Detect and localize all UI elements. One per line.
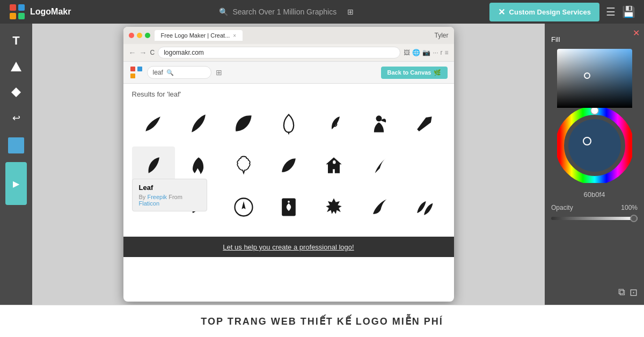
leaf-icon-6[interactable] bbox=[357, 105, 400, 142]
tab-close-icon[interactable]: × bbox=[233, 33, 236, 39]
lm-back-to-canvas-button[interactable]: Back to Canvas 🌿 bbox=[381, 67, 448, 79]
layers-icon[interactable]: ⧉ bbox=[618, 287, 625, 298]
results-row-1 bbox=[132, 105, 445, 142]
right-panel: ✕ Fill bbox=[545, 24, 644, 305]
leaf-icon-19[interactable] bbox=[357, 188, 400, 226]
logomakr-logo-icon bbox=[9, 3, 26, 20]
search-label: Search Over 1 Million Graphics bbox=[232, 8, 336, 16]
dot-red[interactable] bbox=[129, 33, 134, 38]
grid-icon: ⊞ bbox=[347, 8, 354, 16]
fill-label: Fill bbox=[551, 35, 560, 43]
lm-logo-mini bbox=[130, 66, 143, 79]
back-button[interactable]: ← bbox=[129, 48, 136, 57]
results-row-2: Leaf By Freepik From Flaticon bbox=[132, 146, 445, 184]
browser-chrome: Free Logo Maker | Creat... × Tyler bbox=[123, 27, 454, 44]
tool-layer-panel[interactable]: ▶ bbox=[5, 162, 27, 205]
tool-triangle[interactable] bbox=[5, 56, 27, 77]
leaf-icon-7[interactable] bbox=[402, 105, 445, 142]
browser-icon-2: 🌐 bbox=[412, 49, 420, 56]
dot-yellow[interactable] bbox=[137, 33, 142, 38]
hex-value: 60b0f4 bbox=[584, 191, 605, 199]
forward-button[interactable]: → bbox=[140, 48, 147, 57]
color-wheel[interactable] bbox=[557, 108, 632, 183]
menu-icon[interactable]: ☰ bbox=[606, 5, 616, 18]
search-icon: 🔍 bbox=[219, 8, 228, 16]
leaf-icon-16[interactable] bbox=[222, 188, 265, 226]
custom-design-button[interactable]: ✕ Custom Design Services bbox=[489, 3, 599, 21]
opacity-slider[interactable] bbox=[551, 217, 638, 220]
svg-marker-4 bbox=[11, 62, 21, 71]
dot-green[interactable] bbox=[145, 33, 150, 38]
svg-rect-0 bbox=[10, 4, 16, 11]
leaf-icon-12[interactable] bbox=[312, 146, 355, 184]
custom-design-label: Custom Design Services bbox=[509, 8, 591, 16]
lm-back-label: Back to Canvas bbox=[387, 69, 431, 76]
refresh-button[interactable]: C bbox=[150, 49, 155, 56]
opacity-label: Opacity bbox=[551, 204, 573, 211]
browser-toolbar: ← → C logomakr.com 🖼 🌐 📷 ··· r ≡ bbox=[123, 44, 454, 62]
tooltip-by: By bbox=[139, 194, 146, 200]
top-right-actions: ✕ Custom Design Services ☰ 💾 bbox=[489, 3, 635, 21]
svg-marker-5 bbox=[11, 87, 21, 97]
logo-area: LogoMakr bbox=[9, 3, 84, 20]
mid-row: T ↩ ▶ bbox=[0, 24, 644, 305]
svg-point-11 bbox=[376, 115, 382, 121]
leaf-icon-8-highlighted[interactable]: Leaf By Freepik From Flaticon bbox=[132, 146, 175, 184]
search-bar-area: 🔍 Search Over 1 Million Graphics ⊞ bbox=[92, 8, 481, 16]
lm-search-text: leaf bbox=[153, 69, 163, 76]
leaf-icon-2[interactable] bbox=[177, 105, 220, 142]
tooltip-creator-link[interactable]: Freepik bbox=[147, 194, 167, 200]
top-bar: LogoMakr 🔍 Search Over 1 Million Graphic… bbox=[0, 0, 644, 24]
leaf-icon-5[interactable] bbox=[312, 105, 355, 142]
lm-search-icon: 🔍 bbox=[166, 69, 174, 76]
browser-icon-1: 🖼 bbox=[404, 49, 410, 56]
leaf-icon-17[interactable] bbox=[267, 188, 310, 226]
svg-point-14 bbox=[288, 201, 290, 203]
leaf-tooltip: Leaf By Freepik From Flaticon bbox=[132, 179, 207, 211]
bottom-banner-link[interactable]: Let us help you create a professional lo… bbox=[223, 243, 354, 251]
browser-icon-3: 📷 bbox=[422, 49, 430, 56]
save-icon[interactable]: 💾 bbox=[622, 5, 635, 18]
tooltip-credit: By Freepik From Flaticon bbox=[139, 194, 200, 207]
tool-diamond[interactable] bbox=[5, 82, 27, 103]
leaf-icon-13[interactable] bbox=[357, 146, 400, 184]
bottom-banner: Let us help you create a professional lo… bbox=[123, 237, 454, 257]
leaf-icon-1[interactable] bbox=[132, 105, 175, 142]
tool-undo[interactable]: ↩ bbox=[5, 107, 27, 129]
crop-icon[interactable]: ⊡ bbox=[630, 287, 638, 298]
svg-point-17 bbox=[591, 108, 598, 114]
close-panel-icon[interactable]: ✕ bbox=[633, 28, 640, 38]
color-gradient-box[interactable] bbox=[557, 49, 632, 108]
leaf-icon-10[interactable] bbox=[222, 146, 265, 184]
user-label: Tyler bbox=[434, 32, 448, 39]
tooltip-name: Leaf bbox=[139, 184, 200, 192]
tooltip-source-link[interactable]: Flaticon bbox=[139, 200, 160, 207]
svg-point-16 bbox=[568, 119, 621, 172]
leaf-icon-18[interactable] bbox=[312, 188, 355, 226]
svg-rect-6 bbox=[130, 67, 135, 71]
panel-bottom-icons: ⧉ ⊡ bbox=[618, 287, 638, 298]
opacity-value: 100% bbox=[621, 204, 638, 211]
play-icon: ▶ bbox=[13, 179, 19, 189]
browser-window: Free Logo Maker | Creat... × Tyler ← → C… bbox=[123, 27, 454, 302]
leaf-icon-20[interactable] bbox=[402, 188, 445, 226]
browser-toolbar-icons: 🖼 🌐 📷 ··· r ≡ bbox=[404, 49, 448, 56]
left-toolbar: T ↩ ▶ bbox=[0, 24, 32, 305]
svg-rect-2 bbox=[10, 13, 16, 19]
app-wrapper: LogoMakr 🔍 Search Over 1 Million Graphic… bbox=[0, 0, 644, 337]
logo-text: LogoMakr bbox=[30, 7, 71, 17]
tool-color-swatch[interactable] bbox=[8, 137, 24, 153]
leaf-icon-3[interactable] bbox=[222, 105, 265, 142]
lm-grid-icon[interactable]: ⊞ bbox=[216, 68, 222, 77]
lm-search-box[interactable]: leaf 🔍 bbox=[147, 66, 211, 79]
browser-icon-5: r bbox=[440, 49, 442, 56]
tool-text[interactable]: T bbox=[5, 30, 27, 52]
address-bar[interactable]: logomakr.com bbox=[158, 47, 400, 58]
leaf-icon-4[interactable] bbox=[267, 105, 310, 142]
svg-rect-7 bbox=[137, 67, 142, 71]
browser-tab[interactable]: Free Logo Maker | Creat... × bbox=[155, 30, 243, 41]
opacity-slider-handle[interactable] bbox=[630, 215, 638, 222]
svg-rect-8 bbox=[130, 74, 135, 78]
leaf-icon-11[interactable] bbox=[267, 146, 310, 184]
svg-rect-1 bbox=[18, 4, 25, 11]
